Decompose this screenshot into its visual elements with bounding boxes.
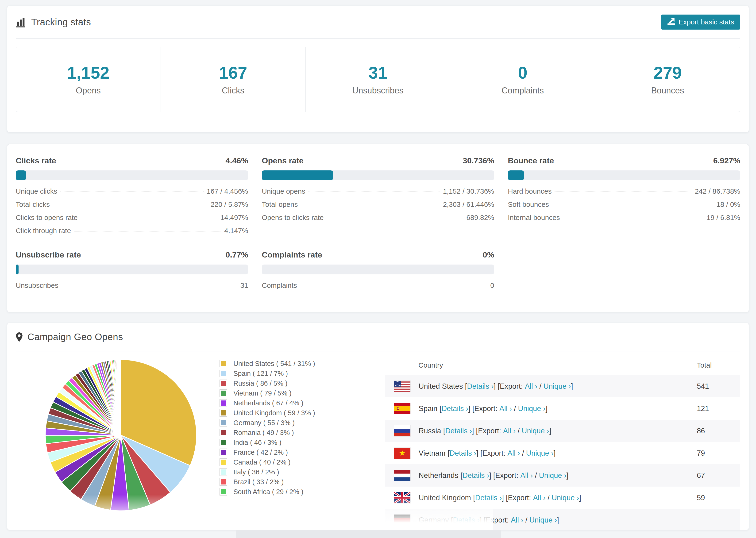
export-button-label: Export basic stats [678, 18, 734, 26]
stat-box-bounces: 279Bounces [595, 47, 740, 112]
legend-item-spain[interactable]: Spain ( 121 / 7% ) [220, 368, 315, 378]
legend-label: United States ( 541 / 31% ) [233, 360, 315, 368]
legend-label: Germany ( 55 / 3% ) [233, 419, 295, 427]
unsubscribe-rate-title: Unsubscribe rate [16, 250, 81, 259]
stat-label-complaints: Complaints [502, 86, 544, 95]
legend-item-canada[interactable]: Canada ( 40 / 2% ) [220, 457, 315, 467]
details-link-russia[interactable]: Details › [445, 427, 472, 435]
dotted-leader [308, 191, 440, 192]
country-total: 541 [697, 382, 740, 391]
export-all-link-netherlands[interactable]: All › [520, 471, 533, 480]
legend-item-netherlands[interactable]: Netherlands ( 67 / 4% ) [220, 398, 315, 408]
country-name: Vietnam [419, 449, 448, 457]
legend-swatch [220, 360, 227, 367]
legend-item-united-kingdom[interactable]: United Kingdom ( 59 / 3% ) [220, 408, 315, 418]
bar-chart-icon [16, 17, 27, 27]
rate-row-value: 242 / 86.738% [695, 187, 740, 195]
rate-row-value: 2,303 / 61.446% [443, 200, 494, 208]
tracking-stats-card: Tracking stats Export basic stats 1,152O… [7, 6, 749, 133]
export-unique-link-russia[interactable]: Unique › [522, 427, 549, 435]
export-unique-link-germany[interactable]: Unique › [529, 516, 557, 524]
legend-item-france[interactable]: France ( 42 / 2% ) [220, 447, 315, 457]
column-country: Country [385, 361, 697, 369]
stat-value-opens: 1,152 [67, 63, 109, 82]
stat-box-opens: 1,152Opens [16, 47, 161, 112]
details-link-netherlands[interactable]: Details › [462, 471, 489, 480]
clicks-row-click-through-rate: Click through rate4.147% [16, 227, 248, 240]
rate-row-label: Hard bounces [508, 187, 552, 195]
opens-progress-fill [262, 170, 333, 180]
export-unique-link-vietnam[interactable]: Unique › [526, 449, 554, 457]
complaints-rate-value: 0% [483, 250, 494, 259]
dotted-leader [300, 205, 440, 205]
de-flag-icon [394, 514, 410, 525]
legend-item-south-africa[interactable]: South Africa ( 29 / 2% ) [220, 487, 315, 497]
legend-item-brazil[interactable]: Brazil ( 33 / 2% ) [220, 477, 315, 487]
dotted-leader [74, 231, 221, 232]
export-basic-stats-button[interactable]: Export basic stats [661, 15, 740, 29]
rate-row-label: Unique clicks [16, 187, 57, 195]
rate-row-label: Soft bounces [508, 200, 549, 208]
export-all-link-united-states[interactable]: All › [525, 382, 537, 391]
legend-item-russia[interactable]: Russia ( 86 / 5% ) [220, 378, 315, 388]
complaints-rate-section: Complaints rate0%Complaints0 [262, 250, 494, 295]
legend-item-india[interactable]: India ( 46 / 3% ) [220, 438, 315, 447]
stat-value-unsubscribes: 31 [368, 63, 387, 82]
legend-label: Vietnam ( 79 / 5% ) [233, 389, 292, 397]
legend-swatch [220, 400, 227, 406]
rate-row-value: 19 / 6.81% [707, 214, 740, 222]
bounce-rate-value: 6.927% [713, 156, 740, 165]
legend-label: South Africa ( 29 / 2% ) [233, 488, 303, 496]
details-link-vietnam[interactable]: Details › [450, 449, 476, 457]
export-unique-link-united-states[interactable]: Unique › [544, 382, 571, 391]
export-all-link-germany[interactable]: All › [511, 516, 523, 524]
legend-item-vietnam[interactable]: Vietnam ( 79 / 5% ) [220, 388, 315, 398]
bounce-progress-fill [508, 170, 524, 180]
bounce-row-soft-bounces: Soft bounces18 / 0% [508, 200, 740, 214]
opens-rate-section: Opens rate30.736%Unique opens1,152 / 30.… [262, 156, 494, 240]
clicks-row-unique-clicks: Unique clicks167 / 4.456% [16, 187, 248, 200]
legend-item-italy[interactable]: Italy ( 36 / 2% ) [220, 467, 315, 477]
dotted-leader [552, 205, 714, 205]
legend-item-united-states[interactable]: United States ( 541 / 31% ) [220, 359, 315, 368]
export-unique-link-spain[interactable]: Unique › [518, 404, 545, 413]
geo-table-header: Country Total [385, 355, 740, 375]
geo-pie-legend: United States ( 541 / 31% )Spain ( 121 /… [220, 359, 315, 497]
details-link-united-states[interactable]: Details › [467, 382, 494, 391]
legend-label: Russia ( 86 / 5% ) [233, 380, 287, 387]
rate-row-label: Total opens [262, 200, 298, 208]
stat-boxes: 1,152Opens167Clicks31Unsubscribes0Compla… [16, 47, 740, 112]
country-name: Germany [419, 516, 451, 524]
rate-row-label: Total clicks [16, 200, 50, 208]
export-unique-link-united-kingdom[interactable]: Unique › [552, 494, 579, 502]
legend-swatch [220, 488, 227, 495]
export-unique-link-netherlands[interactable]: Unique › [539, 471, 566, 480]
country-total: 79 [697, 449, 740, 457]
clicks-rate-section: Clicks rate4.46%Unique clicks167 / 4.456… [16, 156, 248, 240]
opens-rate-title: Opens rate [262, 156, 303, 165]
dotted-leader [300, 286, 487, 286]
dotted-leader [53, 205, 208, 205]
country-name: Netherlands [419, 471, 460, 480]
export-all-link-russia[interactable]: All › [503, 427, 515, 435]
clicks-progress-fill [16, 170, 26, 180]
country-total: 67 [697, 471, 740, 480]
details-link-united-kingdom[interactable]: Details › [475, 494, 502, 502]
details-link-germany[interactable]: Details › [453, 516, 480, 524]
us-flag-icon [394, 381, 410, 392]
ru-flag-icon [394, 425, 410, 436]
horizontal-scrollbar-thumb[interactable] [236, 530, 501, 538]
stat-label-opens: Opens [76, 86, 101, 95]
export-all-link-vietnam[interactable]: All › [507, 449, 520, 457]
export-all-link-united-kingdom[interactable]: All › [533, 494, 545, 502]
export-all-link-spain[interactable]: All › [499, 404, 512, 413]
legend-item-germany[interactable]: Germany ( 55 / 3% ) [220, 418, 315, 428]
opens-rate-value: 30.736% [463, 156, 494, 165]
dotted-leader [61, 286, 238, 286]
map-pin-icon [16, 332, 23, 342]
tracking-stats-header: Tracking stats Export basic stats [16, 6, 740, 39]
legend-item-romania[interactable]: Romania ( 49 / 3% ) [220, 428, 315, 438]
unsubscribe-progress-bar [16, 265, 248, 274]
details-link-spain[interactable]: Details › [442, 404, 468, 413]
clicks-rate-value: 4.46% [226, 156, 248, 165]
